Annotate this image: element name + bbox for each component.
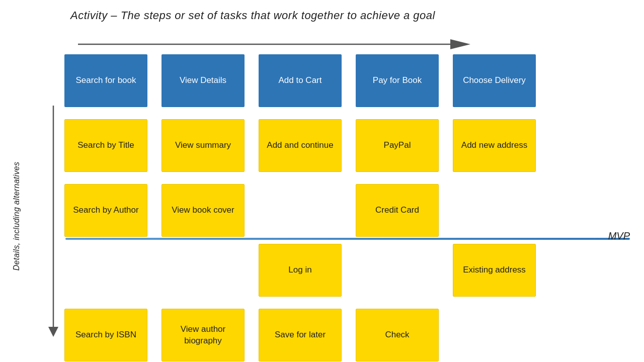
card-search-for-book[interactable]: Search for book: [64, 54, 147, 107]
card-existing-address[interactable]: Existing address: [453, 244, 536, 297]
col1-sub2-slot: Search by Author: [64, 184, 147, 243]
svg-marker-1: [450, 39, 470, 49]
card-save-for-later[interactable]: Save for later: [259, 309, 342, 361]
card-view-book-cover[interactable]: View book cover: [162, 184, 245, 237]
col5-header-slot: Choose Delivery: [453, 54, 536, 113]
col1-sub1-slot: Search by Title: [64, 119, 147, 178]
card-view-summary[interactable]: View summary: [162, 119, 245, 172]
card-choose-delivery[interactable]: Choose Delivery: [453, 54, 536, 107]
col3-header-slot: Add to Cart: [259, 54, 342, 113]
col4-sub1-slot: PayPal: [356, 119, 439, 178]
col3-sub1-slot: Add and continue: [259, 119, 342, 178]
card-add-and-continue[interactable]: Add and continue: [259, 119, 342, 172]
vertical-axis-label: Details, including alternatives: [9, 111, 24, 322]
col4-header-slot: Pay for Book: [356, 54, 439, 113]
card-log-in[interactable]: Log in: [259, 244, 342, 297]
card-credit-card[interactable]: Credit Card: [356, 184, 439, 237]
col2-sub2-slot: View book cover: [162, 184, 245, 243]
horizontal-arrow: [78, 36, 470, 50]
card-add-to-cart[interactable]: Add to Cart: [259, 54, 342, 107]
col3-below2-slot: Save for later: [259, 309, 342, 362]
card-search-by-isbn[interactable]: Search by ISBN: [64, 309, 147, 361]
svg-marker-3: [48, 327, 58, 337]
page-title: Activity – The steps or set of tasks tha…: [70, 9, 435, 22]
card-view-details[interactable]: View Details: [162, 54, 245, 107]
col1-header-slot: Search for book: [64, 54, 147, 113]
card-pay-for-book[interactable]: Pay for Book: [356, 54, 439, 107]
card-search-by-title[interactable]: Search by Title: [64, 119, 147, 172]
card-add-new-address[interactable]: Add new address: [453, 119, 536, 172]
col2-header-slot: View Details: [162, 54, 245, 113]
vertical-arrow: [48, 106, 58, 337]
sub-row-1: Search by Title View summary Add and con…: [64, 119, 628, 178]
card-view-author-biography[interactable]: View author biography: [162, 309, 245, 361]
sub-row-2: Search by Author View book cover Credit …: [64, 184, 628, 243]
col4-sub2-slot: Credit Card: [356, 184, 439, 243]
card-paypal[interactable]: PayPal: [356, 119, 439, 172]
card-search-by-author[interactable]: Search by Author: [64, 184, 147, 237]
col4-below2-slot: Check: [356, 309, 439, 362]
col5-below1-slot: Existing address: [453, 244, 536, 303]
below-row-2: Search by ISBN View author biography Sav…: [64, 309, 628, 362]
header-row: Search for book View Details Add to Cart…: [64, 54, 628, 113]
col2-sub1-slot: View summary: [162, 119, 245, 178]
card-check[interactable]: Check: [356, 309, 439, 361]
col3-below1-slot: Log in: [259, 244, 342, 303]
col2-below2-slot: View author biography: [162, 309, 245, 362]
below-mvp-board: Log in Existing address Search by ISBN V…: [64, 244, 628, 362]
col1-below2-slot: Search by ISBN: [64, 309, 147, 362]
activity-board: Search for book View Details Add to Cart…: [64, 54, 628, 249]
below-row-1: Log in Existing address: [64, 244, 628, 303]
col5-sub1-slot: Add new address: [453, 119, 536, 178]
